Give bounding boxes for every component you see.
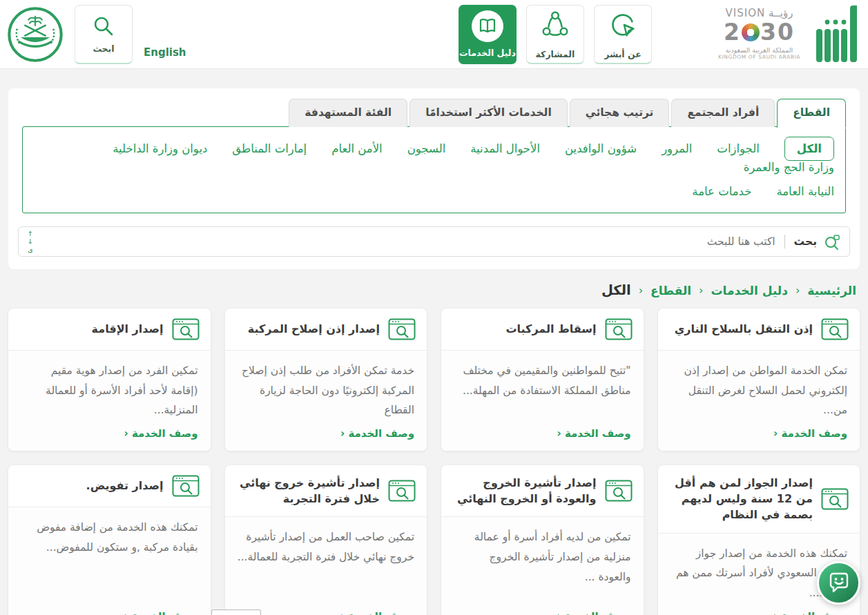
service-card-6: إصدار تأشيرة الخروج والعودة أو الخروج ال… [441, 465, 644, 615]
nav-item-participation[interactable]: المشاركة [526, 5, 584, 64]
vision-2030-kingdom-en: KINGDOM OF SAUDI ARABIA [718, 55, 800, 61]
search-in-page-icon [823, 233, 840, 251]
service-card-header: إصدار تأشيرة الخروج والعودة أو الخروج ال… [441, 465, 644, 517]
filter-item[interactable]: وزارة الحج والعمرة [744, 161, 834, 174]
absher-logo[interactable] [816, 4, 858, 65]
service-description-link[interactable]: وصف الخدمة ‹ [441, 606, 644, 615]
service-description-link[interactable]: وصف الخدمة ‹ [658, 606, 860, 615]
service-description: تمكين الفرد من إصدار هوية مقيم (إقامة لأ… [8, 351, 211, 423]
service-description-link[interactable]: وصف الخدمة ‹ [8, 423, 211, 451]
nav-item-label: عن أبشر [604, 49, 642, 59]
service-card-header: إصدار إذن إصلاح المركبة [225, 309, 427, 351]
service-window-search-icon [605, 480, 633, 502]
vision-2030-logo: رؤيــة VISION 230 المملكة العربية السعود… [718, 8, 800, 61]
service-card-4: إصدار الإقامةتمكين الفرد من إصدار هوية م… [8, 309, 211, 451]
service-window-search-icon [172, 318, 200, 340]
service-description-link[interactable]: وصف الخدمة ‹ [225, 423, 427, 451]
service-window-search-icon [605, 318, 633, 340]
service-description: تمكن الخدمة المواطن من إصدار إذن إلكترون… [658, 351, 860, 423]
breadcrumb-item[interactable]: الرئيسية [807, 284, 856, 297]
filter-item[interactable]: النيابة العامة [776, 185, 834, 198]
filter-tabs: القطاعأفراد المجتمعترتيب هجائيالخدمات ال… [22, 99, 846, 127]
partially-visible-element [211, 609, 261, 615]
sector-filter-row-2: النيابة العامةخدمات عامة [34, 178, 834, 204]
search-label: بحث [794, 235, 817, 248]
service-card-header: إسقاط المركبات [441, 309, 644, 351]
nav-item-about-absher[interactable]: عن أبشر [594, 5, 652, 64]
filter-item[interactable]: الكل [784, 137, 834, 161]
service-title: إصدار تأشيرة الخروج والعودة أو الخروج ال… [452, 475, 597, 507]
service-description: تمكنك هذه الخدمة من إضافة مفوض بقيادة مر… [8, 507, 211, 606]
services-search-bar[interactable]: بحث ↑↓ى [18, 226, 850, 257]
service-title: إصدار تفويض. [86, 478, 164, 494]
page-header: ابحث English دليل الخدماتالمشاركةعن أبشر… [0, 0, 868, 69]
breadcrumb-separator: ‹ [699, 284, 703, 297]
services-grid: إذن التنقل بالسلاح الناريتمكن الخدمة الم… [8, 309, 860, 615]
service-card-7: إصدار تأشيرة خروج نهائي خلال فترة التجرب… [225, 465, 427, 615]
filter-item[interactable]: الجوازات [717, 142, 759, 155]
filter-item[interactable]: شؤون الوافدين [565, 142, 637, 155]
tab-most-used-services[interactable]: الخدمات الأكثر استخدامًا [409, 99, 568, 127]
filter-item[interactable]: الأحوال المدنية [470, 142, 540, 155]
vision-2030-number: 230 [718, 19, 800, 46]
service-window-search-icon [821, 318, 849, 340]
service-card-8: إصدار تفويض.تمكنك هذه الخدمة من إضافة مف… [8, 465, 211, 615]
service-card-2: إسقاط المركبات"تتيح للمواطنين والمقيمين … [441, 309, 644, 451]
service-title: إسقاط المركبات [505, 321, 596, 337]
header-search-label: ابحث [93, 43, 114, 54]
search-separator [784, 235, 785, 248]
service-description-link[interactable]: وصف الخدمة ‹ [441, 423, 644, 451]
service-window-search-icon [172, 475, 200, 497]
service-description: خدمة تمكن الأفراد من طلب إذن إصلاح المرك… [225, 351, 427, 423]
filter-item[interactable]: خدمات عامة [692, 185, 751, 198]
vision-2030-title: رؤيــة VISION [718, 8, 800, 19]
service-card-3: إصدار إذن إصلاح المركبةخدمة تمكن الأفراد… [225, 309, 427, 451]
breadcrumb-item[interactable]: دليل الخدمات [711, 284, 788, 297]
nav-item-services-guide[interactable]: دليل الخدمات [459, 5, 517, 64]
main-navigation: دليل الخدماتالمشاركةعن أبشر [459, 5, 652, 64]
filter-item[interactable]: ديوان وزارة الداخلية [113, 142, 207, 155]
about-cursor-icon [607, 9, 639, 43]
service-title: إصدار الإقامة [92, 321, 164, 337]
tab-target-group[interactable]: الفئة المستهدفة [289, 99, 407, 127]
service-description-link[interactable]: وصف الخدمة ‹ [8, 606, 211, 615]
support-chat-button[interactable] [817, 561, 860, 605]
search-input[interactable] [33, 235, 775, 248]
service-card-header: إصدار الجواز لمن هم أقل من 12 سنة وليس ل… [658, 465, 860, 534]
services-filter-panel: القطاعأفراد المجتمعترتيب هجائيالخدمات ال… [8, 88, 860, 269]
service-card-1: إذن التنقل بالسلاح الناريتمكن الخدمة الم… [658, 309, 860, 451]
ministry-of-interior-emblem [7, 6, 64, 63]
service-card-header: إذن التنقل بالسلاح الناري [658, 309, 860, 351]
breadcrumb: الرئيسية‹دليل الخدمات‹القطاع‹الكل [12, 282, 856, 298]
tab-alphabetical[interactable]: ترتيب هجائي [570, 99, 670, 127]
service-description-link[interactable]: وصف الخدمة ‹ [658, 423, 860, 451]
tab-community-members[interactable]: أفراد المجتمع [671, 99, 775, 127]
service-window-search-icon [388, 318, 416, 340]
breadcrumb-item[interactable]: القطاع [650, 284, 691, 297]
tab-sector[interactable]: القطاع [777, 99, 846, 128]
sector-filter-row-1: الكلالجوازاتالمرورشؤون الوافدينالأحوال ا… [34, 137, 834, 174]
service-description: تمكين صاحب العمل من إصدار تأشيرة خروج نه… [225, 517, 427, 605]
nav-item-label: دليل الخدمات [459, 48, 516, 58]
chat-smiley-icon [827, 571, 851, 596]
language-switch-english[interactable]: English [144, 46, 186, 59]
service-title: إذن التنقل بالسلاح الناري [675, 321, 813, 337]
service-window-search-icon [388, 480, 416, 502]
filter-item[interactable]: السجون [407, 142, 446, 155]
header-search-button[interactable]: ابحث [75, 5, 133, 64]
service-description: تمكين من لديه أفراد أسرة أو عمالة منزلية… [441, 517, 644, 605]
breadcrumb-separator: ‹ [639, 284, 643, 297]
service-title: إصدار إذن إصلاح المركبة [248, 321, 380, 337]
share-network-icon [539, 9, 571, 43]
breadcrumb-item: الكل [601, 282, 631, 298]
service-title: إصدار تأشيرة خروج نهائي خلال فترة التجرب… [236, 475, 380, 507]
breadcrumb-separator: ‹ [795, 284, 800, 297]
service-card-header: إصدار تأشيرة خروج نهائي خلال فترة التجرب… [225, 465, 427, 517]
service-card-header: إصدار تفويض. [8, 465, 211, 507]
book-icon [472, 10, 503, 42]
filter-item[interactable]: إمارات المناطق [232, 142, 307, 155]
vision-2030-emblem-icon [742, 23, 760, 41]
filter-item[interactable]: الأمن العام [331, 142, 382, 155]
filter-item[interactable]: المرور [662, 142, 692, 155]
search-edge-glyphs: ↑↓ى [28, 230, 33, 253]
